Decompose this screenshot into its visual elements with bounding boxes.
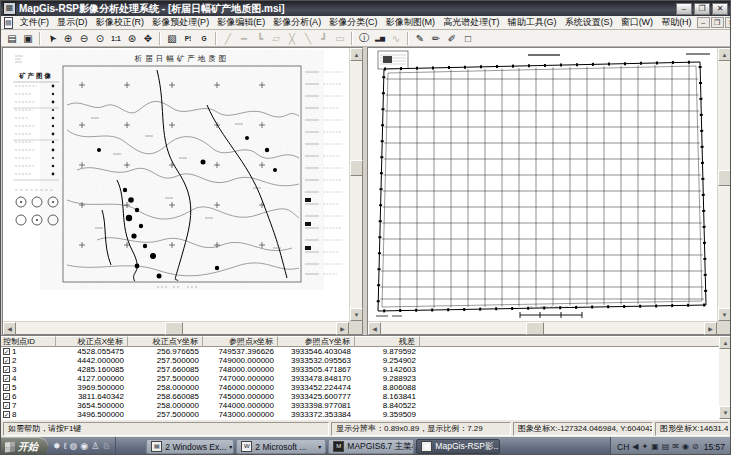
menu-item-image-mapping[interactable]: 影像制图(M) <box>382 16 440 29</box>
table-row[interactable]: ✓14528.055475256.976655749537.3966263933… <box>1 347 731 356</box>
row-checkbox[interactable]: ✓ <box>3 375 10 382</box>
rect-select-icon[interactable]: □ <box>460 31 476 46</box>
col-header-ref-x[interactable]: 参照点x坐标 <box>203 336 278 347</box>
quick-launch-icon-2[interactable]: ℓ <box>64 437 67 455</box>
scroll-thumb[interactable] <box>718 170 731 186</box>
zoom-in-icon[interactable]: ⊕ <box>60 31 76 46</box>
table-row[interactable]: ✓73654.500000258.000000744000.0000003933… <box>1 401 731 410</box>
table-row[interactable]: ✓53969.500000258.000000746000.0000003933… <box>1 383 731 392</box>
scroll-right-icon[interactable]: ▶ <box>704 322 717 335</box>
save-icon[interactable]: ▣ <box>20 31 36 46</box>
row-checkbox[interactable]: ✓ <box>3 366 10 373</box>
menu-item-hyperspectral[interactable]: 高光谱处理(T) <box>439 16 504 29</box>
source-map-canvas[interactable]: 析届日幅矿产地质图 矿 产 图 像 <box>3 48 349 321</box>
menu-item-window[interactable]: 窗口(W) <box>617 16 658 29</box>
menu-item-image-classify[interactable]: 影像分类(C) <box>325 16 382 29</box>
quick-launch-icon-4[interactable]: ◉ <box>80 437 88 455</box>
table-row[interactable]: ✓63811.640342258.660085745000.0000003933… <box>1 392 731 401</box>
reference-grid-canvas[interactable] <box>368 48 717 321</box>
col-header-control-id[interactable]: 控制点ID <box>1 336 56 347</box>
table-row[interactable]: ✓83496.500000257.500000743000.0000003933… <box>1 410 731 419</box>
start-button[interactable]: 开始 <box>1 437 48 455</box>
zoom-1to1-icon[interactable]: 1:1 <box>108 31 124 46</box>
row-checkbox[interactable]: ✓ <box>3 348 10 355</box>
geo-tool-icon[interactable]: G <box>196 31 212 46</box>
menu-item-image-preprocess[interactable]: 影像预处理(P) <box>148 16 213 29</box>
pen2-tool-icon[interactable]: ✏ <box>428 31 444 46</box>
row-checkbox[interactable]: ✓ <box>3 393 10 400</box>
info-icon[interactable]: ⓘ <box>356 31 372 46</box>
right-horizontal-scrollbar[interactable]: ◀ ▶ <box>368 321 717 334</box>
scroll-left-icon[interactable]: ◀ <box>368 322 381 335</box>
pen-tool-icon[interactable]: ✎ <box>412 31 428 46</box>
tray-icon-1[interactable]: ◀ <box>632 442 638 451</box>
close-button[interactable]: ✕ <box>712 3 728 15</box>
minimize-button[interactable]: – <box>676 3 692 15</box>
row-checkbox[interactable]: ✓ <box>3 357 10 364</box>
table-row[interactable]: ✓44127.000000257.500000747000.0000003933… <box>1 374 731 383</box>
col-header-correct-x[interactable]: 校正点X坐标 <box>56 336 128 347</box>
histogram-icon[interactable]: ▂▅ <box>372 31 388 46</box>
scroll-up-icon[interactable]: ▲ <box>719 336 731 349</box>
open-file-icon[interactable]: ▤ <box>4 31 20 46</box>
tray-icon-7[interactable]: ⊘ <box>692 442 699 451</box>
table-row[interactable]: ✓34285.160085257.660085748000.0000003933… <box>1 365 731 374</box>
document-icon[interactable]: ▤ <box>4 17 13 29</box>
zoom-out-icon[interactable]: ⊖ <box>76 31 92 46</box>
table-vertical-scrollbar[interactable]: ▲ ▼ <box>719 336 731 419</box>
scroll-up-icon[interactable]: ▲ <box>718 48 731 61</box>
scroll-thumb[interactable] <box>526 322 544 335</box>
menu-item-file[interactable]: 文件(F) <box>16 16 54 29</box>
taskbar-button-mapgis-rsp[interactable]: ▦ MapGis-RSP影... <box>416 439 500 454</box>
tray-icon-5[interactable]: ✉ <box>672 442 679 451</box>
left-vertical-scrollbar[interactable]: ▲ ▼ <box>349 48 362 321</box>
zoom-window-icon[interactable]: ⊙ <box>92 31 108 46</box>
restore-button[interactable]: ❐ <box>694 3 710 15</box>
col-header-residual[interactable]: 残差 <box>355 336 420 347</box>
language-indicator[interactable]: CH <box>617 442 629 452</box>
row-checkbox[interactable]: ✓ <box>3 402 10 409</box>
menu-item-aux-tools[interactable]: 辅助工具(G) <box>504 16 561 29</box>
col-header-ref-y[interactable]: 参照点Y坐标 <box>278 336 355 347</box>
quick-launch-icon-1[interactable]: ✸ <box>53 437 61 455</box>
quick-launch-icon-5[interactable]: ♙ <box>91 437 99 455</box>
menu-item-help[interactable]: 帮助(H) <box>657 16 696 29</box>
tray-icon-6[interactable]: ◉ <box>682 442 689 451</box>
col-header-correct-y[interactable]: 校正点Y坐标 <box>128 336 203 347</box>
tray-icon-2[interactable]: ✦ <box>642 442 649 451</box>
scroll-thumb[interactable] <box>165 322 183 335</box>
menu-item-system-settings[interactable]: 系统设置(S) <box>561 16 617 29</box>
menu-item-display[interactable]: 显示(D) <box>53 16 92 29</box>
scroll-down-icon[interactable]: ▼ <box>350 308 363 321</box>
pen3-tool-icon[interactable]: ✐ <box>444 31 460 46</box>
scroll-thumb[interactable] <box>350 160 363 176</box>
taskbar-button-microsoft[interactable]: W 2 Microsoft ... ▾ <box>236 439 326 454</box>
child-minimize-button[interactable]: – <box>697 17 710 28</box>
row-checkbox[interactable]: ✓ <box>3 411 10 418</box>
pan-tool-icon[interactable]: ✥ <box>140 31 156 46</box>
scroll-down-icon[interactable]: ▼ <box>718 308 731 321</box>
child-restore-button[interactable]: ❐ <box>711 17 724 28</box>
scroll-up-icon[interactable]: ▲ <box>350 48 363 61</box>
row-checkbox[interactable]: ✓ <box>3 384 10 391</box>
zoom-refresh-icon[interactable]: ⊛ <box>124 31 140 46</box>
dropdown-icon[interactable]: ▾ <box>229 443 232 450</box>
child-close-button[interactable]: ✕ <box>725 17 731 28</box>
table-row[interactable]: ✓24442.000000257.500000749000.0000003933… <box>1 356 731 365</box>
tray-icon-4[interactable]: ▤ <box>662 442 670 451</box>
menu-item-image-analysis[interactable]: 影像分析(A) <box>269 16 325 29</box>
taskbar-button-windows-explorer[interactable]: ▤ 2 Windows Ex... ▾ <box>146 439 234 454</box>
scroll-left-icon[interactable]: ◀ <box>3 322 16 335</box>
scroll-down-icon[interactable]: ▼ <box>719 406 731 419</box>
image-layer-icon[interactable]: ▧ <box>164 31 180 46</box>
projection-tool-icon[interactable]: P! <box>180 31 196 46</box>
menu-item-image-correction[interactable]: 影像校正(R) <box>92 16 149 29</box>
left-horizontal-scrollbar[interactable]: ◀ ▶ <box>3 321 349 334</box>
quick-launch-icon-3[interactable]: ◍ <box>69 437 77 455</box>
tray-icon-3[interactable]: ▣ <box>651 442 659 451</box>
dropdown-icon[interactable]: ▾ <box>318 443 321 450</box>
menu-item-image-edit[interactable]: 影像编辑(E) <box>213 16 269 29</box>
quick-launch-icon-6[interactable]: ♘ <box>102 437 110 455</box>
taskbar-clock[interactable]: 15:57 <box>704 442 725 452</box>
scroll-right-icon[interactable]: ▶ <box>336 322 349 335</box>
